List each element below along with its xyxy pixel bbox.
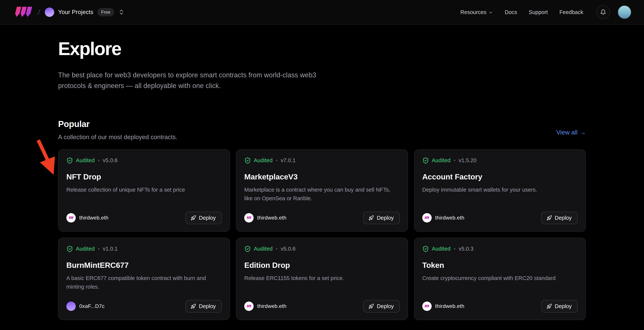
contract-card-edition-drop[interactable]: Audited • v5.0.6 Edition Drop Release ER… <box>236 238 408 320</box>
deploy-label: Deploy <box>199 215 216 221</box>
chevrons-up-down-icon[interactable] <box>118 9 125 15</box>
nav-link-docs[interactable]: Docs <box>505 9 517 15</box>
publisher-name: thirdweb.eth <box>257 215 286 221</box>
project-name: Your Projects <box>58 9 93 15</box>
project-switcher[interactable]: Your Projects Free <box>45 7 125 17</box>
chevron-down-icon <box>488 10 493 15</box>
bell-icon <box>600 9 606 15</box>
publisher-link[interactable]: 0xaF...D7c <box>66 302 104 311</box>
contract-description: A basic ERC677 compatible token contract… <box>66 274 216 291</box>
dot-separator: • <box>276 158 278 163</box>
contract-card-account-factory[interactable]: Audited • v1.5.20 Account Factory Deploy… <box>414 149 586 232</box>
audited-badge: Audited <box>76 157 95 164</box>
deploy-label: Deploy <box>199 303 216 310</box>
contract-card-marketplacev3[interactable]: Audited • v7.0.1 MarketplaceV3 Marketpla… <box>236 149 408 232</box>
publisher-link[interactable]: thirdweb.eth <box>244 302 286 311</box>
deploy-button[interactable]: Deploy <box>185 300 222 313</box>
publisher-avatar <box>244 302 254 311</box>
publisher-link[interactable]: thirdweb.eth <box>66 213 108 223</box>
nav-link-label: Resources <box>460 9 486 15</box>
thirdweb-logo-icon[interactable] <box>14 6 33 18</box>
top-navbar: / Your Projects Free Resources Docs Supp… <box>0 0 644 25</box>
deploy-button[interactable]: Deploy <box>541 212 578 224</box>
shield-check-icon <box>66 157 73 164</box>
audited-badge: Audited <box>432 157 450 164</box>
audit-row: Audited • v1.0.1 <box>66 246 222 252</box>
publisher-name: thirdweb.eth <box>435 215 464 221</box>
contract-title: Token <box>422 261 578 270</box>
contract-title: BurnMintERC677 <box>66 261 222 270</box>
nav-link-feedback[interactable]: Feedback <box>560 9 583 15</box>
contract-version: v1.0.1 <box>103 246 118 252</box>
contract-card-token[interactable]: Audited • v5.0.3 Token Create cryptocurr… <box>414 238 586 320</box>
deploy-label: Deploy <box>555 215 572 221</box>
plan-badge: Free <box>98 8 114 16</box>
page-root: { "nav": { "breadcrumb_separator": "/", … <box>0 0 644 330</box>
popular-section-header: Popular A collection of our most deploye… <box>58 119 586 141</box>
breadcrumb-separator: / <box>37 8 40 16</box>
audit-row: Audited • v5.0.6 <box>66 157 222 164</box>
card-footer: thirdweb.eth Deploy <box>66 212 222 224</box>
rocket-icon <box>546 215 552 221</box>
rocket-icon <box>368 304 374 309</box>
shield-check-icon <box>422 157 429 164</box>
deploy-button[interactable]: Deploy <box>363 212 400 224</box>
audited-badge: Audited <box>254 157 272 164</box>
publisher-avatar <box>66 213 76 223</box>
contracts-grid: Audited • v5.0.6 NFT Drop Release collec… <box>58 149 586 320</box>
nav-link-label: Docs <box>505 9 517 15</box>
nav-link-support[interactable]: Support <box>529 9 548 15</box>
deploy-label: Deploy <box>377 303 394 310</box>
publisher-name: 0xaF...D7c <box>79 303 104 309</box>
contract-version: v5.0.6 <box>281 246 296 252</box>
contract-version: v5.0.3 <box>459 246 474 252</box>
audited-badge: Audited <box>76 246 95 252</box>
contract-description: Deploy immutable smart wallets for your … <box>422 185 572 194</box>
shield-check-icon <box>244 246 251 252</box>
publisher-avatar <box>422 213 432 223</box>
card-footer: thirdweb.eth Deploy <box>422 300 578 313</box>
contract-version: v5.0.6 <box>103 157 118 164</box>
shield-check-icon <box>422 246 429 252</box>
publisher-avatar <box>422 302 432 311</box>
card-footer: 0xaF...D7c Deploy <box>66 300 222 313</box>
dot-separator: • <box>454 246 456 252</box>
publisher-avatar <box>244 213 254 223</box>
annotation-arrow-icon <box>35 138 59 177</box>
card-footer: thirdweb.eth Deploy <box>244 212 400 224</box>
nav-link-resources[interactable]: Resources <box>460 9 493 15</box>
deploy-label: Deploy <box>555 303 572 310</box>
view-all-label: View all <box>556 129 578 136</box>
contract-title: MarketplaceV3 <box>244 172 400 181</box>
dot-separator: • <box>98 246 100 252</box>
contract-card-burnminterc677[interactable]: Audited • v1.0.1 BurnMintERC677 A basic … <box>58 238 230 320</box>
main-content: Explore The best place for web3 develope… <box>58 25 586 320</box>
deploy-button[interactable]: Deploy <box>185 212 222 224</box>
user-avatar[interactable] <box>618 5 631 19</box>
contract-card-nft-drop[interactable]: Audited • v5.0.6 NFT Drop Release collec… <box>58 149 230 232</box>
page-title: Explore <box>58 38 586 59</box>
deploy-button[interactable]: Deploy <box>363 300 400 313</box>
contract-title: NFT Drop <box>66 172 222 181</box>
dot-separator: • <box>454 158 456 163</box>
contract-description: Create cryptocurrency compliant with ERC… <box>422 274 572 283</box>
deploy-button[interactable]: Deploy <box>541 300 578 313</box>
notifications-button[interactable] <box>596 5 610 19</box>
publisher-name: thirdweb.eth <box>435 303 464 309</box>
publisher-link[interactable]: thirdweb.eth <box>422 302 464 311</box>
project-avatar <box>45 7 54 17</box>
popular-subtitle: A collection of our most deployed contra… <box>58 134 178 141</box>
audit-row: Audited • v5.0.3 <box>422 246 578 252</box>
view-all-link[interactable]: View all → <box>556 129 586 136</box>
dot-separator: • <box>98 158 100 163</box>
dot-separator: • <box>276 246 278 252</box>
deploy-label: Deploy <box>377 215 394 221</box>
navbar-right: Resources Docs Support Feedback <box>460 5 631 19</box>
shield-check-icon <box>66 246 73 252</box>
publisher-link[interactable]: thirdweb.eth <box>422 213 464 223</box>
audited-badge: Audited <box>432 246 450 252</box>
audit-row: Audited • v7.0.1 <box>244 157 400 164</box>
publisher-link[interactable]: thirdweb.eth <box>244 213 286 223</box>
audit-row: Audited • v1.5.20 <box>422 157 578 164</box>
contract-description: Release collection of unique NFTs for a … <box>66 185 216 194</box>
